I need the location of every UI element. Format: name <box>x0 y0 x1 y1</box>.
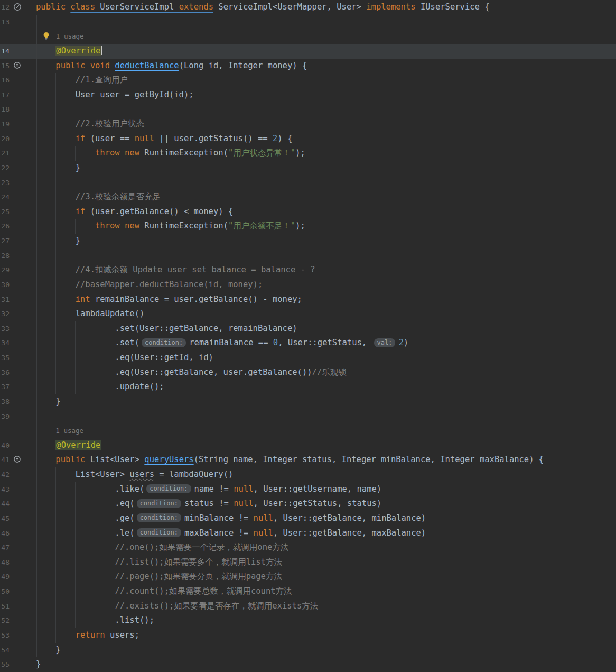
line-number[interactable]: 46 <box>0 526 10 541</box>
line-number[interactable] <box>0 29 10 44</box>
line-number[interactable]: 35 <box>0 351 10 365</box>
code-line-38[interactable]: 38 } <box>0 394 616 409</box>
line-number[interactable]: 45 <box>0 511 10 526</box>
line-number[interactable] <box>0 424 10 438</box>
line-number[interactable]: 18 <box>0 102 10 117</box>
line-number[interactable]: 54 <box>0 643 10 658</box>
code-line-15[interactable]: 15 public void deductBalance(Long id, In… <box>0 59 616 73</box>
inlay-hint-badge[interactable]: condition: <box>142 338 186 347</box>
inlay-hint-badge[interactable]: condition: <box>137 513 181 522</box>
code-line-13[interactable]: 13 <box>0 15 616 30</box>
code-line-32[interactable]: 32 lambdaUpdate() <box>0 307 616 321</box>
line-number[interactable]: 48 <box>0 555 10 570</box>
line-number[interactable]: 41 <box>0 453 10 467</box>
inlay-hint-badge[interactable]: condition: <box>137 499 181 508</box>
code-line-37[interactable]: 37 .update(); <box>0 380 616 394</box>
code-line-19[interactable]: 19 //2.校验用户状态 <box>0 117 616 132</box>
line-number[interactable]: 19 <box>0 117 10 132</box>
code-line-55[interactable]: 55} <box>0 657 616 672</box>
line-number[interactable]: 32 <box>0 307 10 321</box>
line-number[interactable]: 43 <box>0 482 10 497</box>
line-number[interactable]: 44 <box>0 496 10 511</box>
line-number[interactable]: 42 <box>0 467 10 482</box>
code-line-51[interactable]: 51 //.exists();如果要看是否存在，就调用exists方法 <box>0 599 616 614</box>
line-number[interactable]: 34 <box>0 336 10 351</box>
code-line-29[interactable]: 29 //4.扣减余额 Update user set balance = ba… <box>0 263 616 278</box>
line-number[interactable]: 23 <box>0 176 10 190</box>
code-line-52[interactable]: 52 .list(); <box>0 613 616 628</box>
code-line-44[interactable]: 44 .eq(condition:status != null, User::g… <box>0 496 616 511</box>
code-line-12[interactable]: 12public class UserServiceImpl extends S… <box>0 0 616 15</box>
usages-hint[interactable]: 1 usage <box>52 32 83 40</box>
line-number[interactable]: 31 <box>0 292 10 307</box>
code-line-16[interactable]: 16 //1.查询用户 <box>0 73 616 88</box>
line-number[interactable]: 40 <box>0 438 10 453</box>
line-number[interactable]: 50 <box>0 584 10 599</box>
code-line-23[interactable]: 23 <box>0 176 616 190</box>
line-number[interactable]: 53 <box>0 628 10 643</box>
code-line-53[interactable]: 53 return users; <box>0 628 616 643</box>
code-line-28[interactable]: 28 <box>0 248 616 263</box>
code-line-48[interactable]: 48 //.list();如果需要多个，就调用list方法 <box>0 555 616 570</box>
intention-bulb-icon[interactable] <box>41 31 52 41</box>
line-number[interactable]: 20 <box>0 132 10 146</box>
line-number[interactable]: 29 <box>0 263 10 278</box>
line-number[interactable]: 12 <box>0 0 10 15</box>
code-line-54[interactable]: 54 } <box>0 643 616 658</box>
inlay-row[interactable]: 1 usage <box>0 29 616 44</box>
line-number[interactable]: 51 <box>0 599 10 614</box>
code-line-24[interactable]: 24 //3.校验余额是否充足 <box>0 190 616 205</box>
code-line-26[interactable]: 26 throw new RuntimeException("用户余额不足！")… <box>0 219 616 234</box>
code-line-36[interactable]: 36 .eq(User::getBalance, user.getBalance… <box>0 365 616 380</box>
line-number[interactable]: 26 <box>0 219 10 234</box>
line-number[interactable]: 47 <box>0 540 10 555</box>
line-number[interactable]: 24 <box>0 190 10 205</box>
inlay-hint-badge[interactable]: condition: <box>137 528 181 537</box>
code-line-21[interactable]: 21 throw new RuntimeException("用户状态异常！")… <box>0 146 616 161</box>
line-number[interactable]: 39 <box>0 409 10 424</box>
code-line-20[interactable]: 20 if (user == null || user.getStatus() … <box>0 132 616 146</box>
line-number[interactable]: 21 <box>0 146 10 161</box>
code-line-27[interactable]: 27 } <box>0 234 616 248</box>
line-number[interactable]: 33 <box>0 321 10 336</box>
code-line-25[interactable]: 25 if (user.getBalance() < money) { <box>0 205 616 219</box>
code-line-17[interactable]: 17 User user = getById(id); <box>0 88 616 103</box>
line-number[interactable]: 15 <box>0 59 10 73</box>
line-number[interactable]: 17 <box>0 88 10 103</box>
code-line-35[interactable]: 35 .eq(User::getId, id) <box>0 351 616 365</box>
code-line-33[interactable]: 33 .set(User::getBalance, remainBalance) <box>0 321 616 336</box>
line-number[interactable]: 22 <box>0 161 10 176</box>
code-line-41[interactable]: 41 public List<User> queryUsers(String n… <box>0 453 616 467</box>
usages-hint[interactable]: 1 usage <box>55 427 83 435</box>
inlay-row[interactable]: 1 usage <box>0 424 616 438</box>
code-line-31[interactable]: 31 int remainBalance = user.getBalance()… <box>0 292 616 307</box>
line-number[interactable]: 13 <box>0 15 10 30</box>
line-number[interactable]: 36 <box>0 365 10 380</box>
code-line-49[interactable]: 49 //.page();如果需要分页，就调用page方法 <box>0 569 616 584</box>
line-number[interactable]: 28 <box>0 248 10 263</box>
line-number[interactable]: 25 <box>0 205 10 219</box>
line-number[interactable]: 27 <box>0 234 10 248</box>
code-line-22[interactable]: 22 } <box>0 161 616 176</box>
line-number[interactable]: 38 <box>0 394 10 409</box>
line-number[interactable]: 49 <box>0 569 10 584</box>
code-line-14[interactable]: 14 @Override <box>0 44 616 59</box>
line-number[interactable]: 55 <box>0 657 10 672</box>
code-line-39[interactable]: 39 <box>0 409 616 424</box>
line-number[interactable]: 52 <box>0 613 10 628</box>
code-line-42[interactable]: 42 List<User> users = lambdaQuery() <box>0 467 616 482</box>
inlay-hint-badge[interactable]: condition: <box>146 484 191 493</box>
line-number[interactable]: 30 <box>0 278 10 292</box>
code-line-18[interactable]: 18 <box>0 102 616 117</box>
code-line-46[interactable]: 46 .le(condition:maxBalance != null, Use… <box>0 526 616 541</box>
code-line-45[interactable]: 45 .ge(condition:minBalance != null, Use… <box>0 511 616 526</box>
line-number[interactable]: 37 <box>0 380 10 394</box>
code-line-40[interactable]: 40 @Override <box>0 438 616 453</box>
line-number[interactable]: 14 <box>0 44 10 59</box>
code-line-34[interactable]: 34 .set(condition:remainBalance == 0, Us… <box>0 336 616 351</box>
code-line-50[interactable]: 50 //.count();如果需要总数，就调用count方法 <box>0 584 616 599</box>
line-number[interactable]: 16 <box>0 73 10 88</box>
code-line-30[interactable]: 30 //baseMapper.deductBalance(id, money)… <box>0 278 616 292</box>
code-line-43[interactable]: 43 .like(condition:name != null, User::g… <box>0 482 616 497</box>
code-line-47[interactable]: 47 //.one();如果需要一个记录，就调用one方法 <box>0 540 616 555</box>
